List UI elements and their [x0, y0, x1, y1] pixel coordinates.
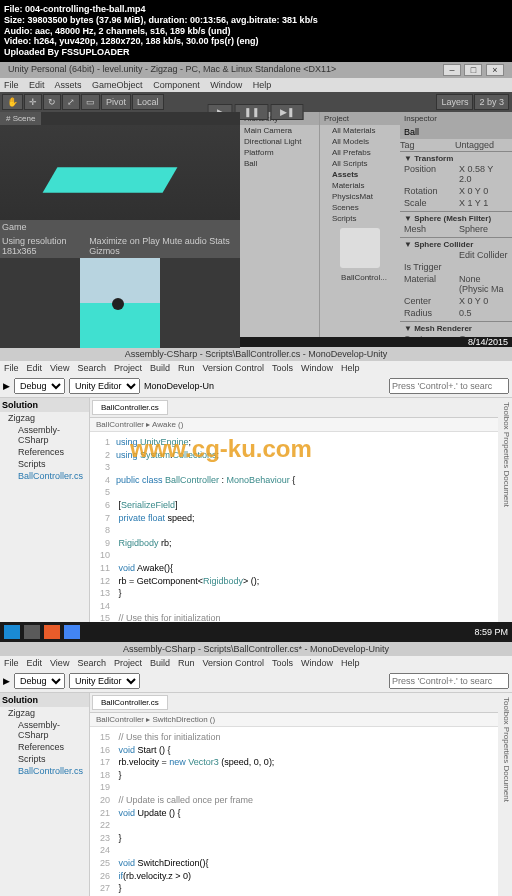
- run-button-icon[interactable]: ▶: [3, 676, 10, 686]
- solution-panel: Solution Zigzag Assembly-CSharp Referenc…: [0, 398, 90, 622]
- inspector-panel: Inspector Ball TagUntagged ▼ TransformPo…: [400, 112, 512, 337]
- scale-tool-icon[interactable]: ⤢: [62, 94, 80, 110]
- search-input[interactable]: [389, 673, 509, 689]
- layout-dropdown[interactable]: 2 by 3: [474, 94, 509, 110]
- step-button-icon[interactable]: ▶❚: [271, 104, 304, 120]
- pivot-toggle[interactable]: Pivot: [101, 94, 131, 110]
- mono-titlebar[interactable]: Assembly-CSharp - Scripts\BallController…: [0, 347, 512, 361]
- close-button[interactable]: ×: [486, 64, 504, 76]
- unity-toolbar: ✋ ✛ ↻ ⤢ ▭ Pivot Local ▶ ❚❚ ▶❚ Layers 2 b…: [0, 92, 512, 112]
- game-viewport: [0, 258, 240, 348]
- hand-tool-icon[interactable]: ✋: [2, 94, 23, 110]
- move-tool-icon[interactable]: ✛: [24, 94, 42, 110]
- rotate-tool-icon[interactable]: ↻: [43, 94, 61, 110]
- search-input[interactable]: [389, 378, 509, 394]
- run-button-icon[interactable]: ▶: [3, 381, 10, 391]
- system-clock[interactable]: 8:59 PM: [474, 627, 508, 637]
- code-area[interactable]: 15 // Use this for initialization16 void…: [90, 727, 498, 896]
- breadcrumb[interactable]: BallController ▸ SwitchDirection (): [90, 713, 498, 727]
- code-editor: BallController.cs BallController ▸ Awake…: [90, 398, 498, 622]
- ball-sprite: [112, 298, 124, 310]
- code-editor: BallController.cs BallController ▸ Switc…: [90, 693, 498, 896]
- project-panel: Project All Materials All Models All Pre…: [320, 112, 400, 337]
- side-tabs[interactable]: Toolbox Properties Document: [498, 398, 512, 622]
- target-dropdown[interactable]: Unity Editor: [69, 673, 140, 689]
- layers-dropdown[interactable]: Layers: [436, 94, 473, 110]
- side-tabs[interactable]: Toolbox Properties Document: [498, 693, 512, 896]
- object-name[interactable]: Ball: [404, 127, 419, 137]
- mono-titlebar[interactable]: Assembly-CSharp - Scripts\BallController…: [0, 642, 512, 656]
- rect-tool-icon[interactable]: ▭: [81, 94, 100, 110]
- hierarchy-item[interactable]: Ball: [240, 158, 319, 169]
- editor-tab[interactable]: BallController.cs: [92, 695, 168, 710]
- hierarchy-item[interactable]: Directional Light: [240, 136, 319, 147]
- game-resolution: Using resolution 181x365: [2, 236, 89, 256]
- monodevelop-window-2: Assembly-CSharp - Scripts\BallController…: [0, 642, 512, 896]
- platform-object[interactable]: [43, 167, 178, 193]
- config-dropdown[interactable]: Debug: [14, 378, 65, 394]
- mono-menubar[interactable]: FileEditViewSearchProjectBuildRunVersion…: [0, 656, 512, 670]
- file-info-overlay: File: 004-controlling-the-ball.mp4 Size:…: [0, 0, 512, 62]
- maximize-button[interactable]: □: [464, 64, 482, 76]
- target-dropdown[interactable]: Unity Editor: [69, 378, 140, 394]
- solution-panel: Solution Zigzag Assembly-CSharp Referenc…: [0, 693, 90, 896]
- game-tab[interactable]: Game: [2, 222, 27, 232]
- explorer-icon[interactable]: [24, 625, 40, 639]
- watermark-text: www.cg-ku.com: [130, 435, 312, 463]
- unity-menubar[interactable]: File Edit Assets GameObject Component Wi…: [0, 78, 512, 92]
- hierarchy-item[interactable]: Platform: [240, 147, 319, 158]
- mono-toolbar: ▶ Debug Unity Editor: [0, 670, 512, 693]
- minimize-button[interactable]: –: [443, 64, 461, 76]
- windows-taskbar[interactable]: 8:59 PM: [0, 622, 512, 642]
- scene-tab[interactable]: # Scene: [0, 112, 41, 125]
- config-dropdown[interactable]: Debug: [14, 673, 65, 689]
- chrome-icon[interactable]: [64, 625, 80, 639]
- unity-titlebar[interactable]: Unity Personal (64bit) - level.unity - Z…: [0, 62, 512, 78]
- local-toggle[interactable]: Local: [132, 94, 164, 110]
- editor-tab[interactable]: BallController.cs: [92, 400, 168, 415]
- breadcrumb[interactable]: BallController ▸ Awake (): [90, 418, 498, 432]
- device-display: MonoDevelop-Un: [144, 381, 214, 391]
- mono-toolbar: ▶ Debug Unity Editor MonoDevelop-Un: [0, 375, 512, 398]
- scene-viewport[interactable]: [0, 125, 240, 220]
- monodevelop-window-1: Assembly-CSharp - Scripts\BallController…: [0, 347, 512, 622]
- game-options[interactable]: Maximize on Play Mute audio Stats Gizmos: [89, 236, 238, 256]
- firefox-icon[interactable]: [44, 625, 60, 639]
- unity-window: Unity Personal (64bit) - level.unity - Z…: [0, 62, 512, 327]
- file-icon[interactable]: [340, 228, 380, 268]
- hierarchy-item[interactable]: Main Camera: [240, 125, 319, 136]
- start-button-icon[interactable]: [4, 625, 20, 639]
- hierarchy-panel: Hierarchy Main Camera Directional Light …: [240, 112, 320, 337]
- mono-menubar[interactable]: FileEditViewSearchProjectBuildRunVersion…: [0, 361, 512, 375]
